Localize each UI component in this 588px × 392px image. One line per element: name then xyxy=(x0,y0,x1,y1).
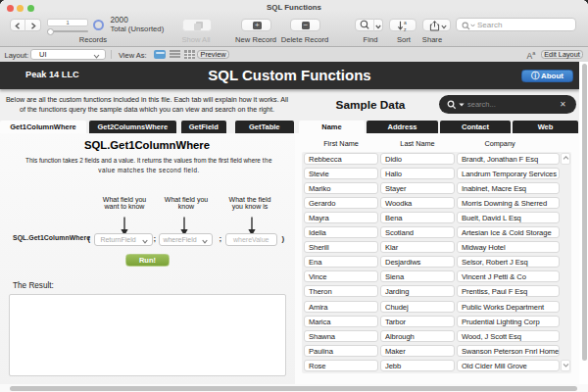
svg-text:a: a xyxy=(404,21,407,25)
svg-text:z: z xyxy=(404,26,407,32)
